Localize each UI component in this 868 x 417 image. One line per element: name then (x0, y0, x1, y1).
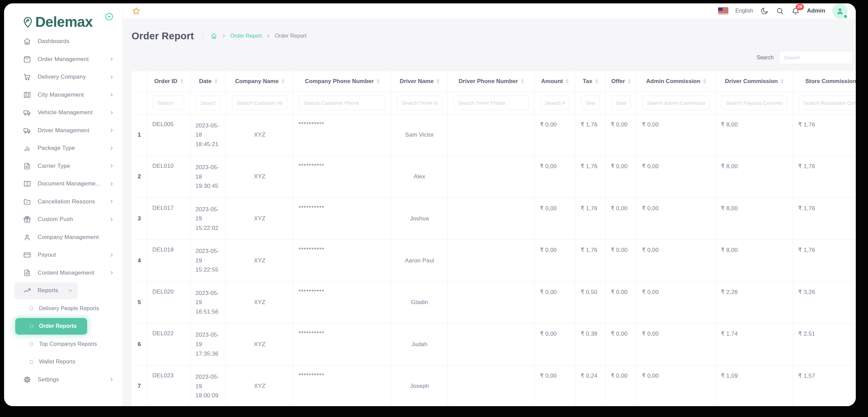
column-header-store-commission[interactable]: Store Commission (793, 71, 856, 92)
cell-tax: ₹ 1,76 (575, 240, 606, 282)
notifications-bell-icon[interactable]: 29 (791, 7, 800, 15)
sidebar-toggle-icon[interactable] (105, 12, 114, 21)
column-header-tax[interactable]: Tax (575, 71, 606, 92)
language-flag-icon[interactable] (718, 7, 728, 14)
sidebar-item-package-type[interactable]: Package Type (4, 139, 122, 157)
sidebar-item-reports[interactable]: Reports (14, 282, 78, 299)
filter-order-id-input[interactable] (153, 96, 184, 110)
sidebar-item-settings[interactable]: Settings (4, 371, 122, 389)
sidebar-item-content-management[interactable]: Content Management (4, 264, 122, 282)
sidebar-item-label: Driver Management (38, 127, 90, 134)
sort-arrows-icon (282, 79, 284, 83)
sidebar-item-order-management[interactable]: Order Management (4, 51, 122, 68)
column-header-driver[interactable]: Driver Name (391, 71, 448, 92)
sidebar-subitem-label: Wallet Reports (39, 359, 75, 365)
cell-driver-commission: ₹ 8,00 (716, 114, 793, 156)
cell-offer: ₹ 0,00 (606, 323, 637, 365)
sidebar-item-custom-push[interactable]: Custom Push (4, 211, 122, 229)
column-header-driver-phone[interactable]: Driver Phone Number (448, 71, 535, 92)
cell-company-phone: ********** (293, 323, 391, 365)
breadcrumb-link[interactable]: Order Report (230, 33, 262, 39)
filter-driver-commission-input[interactable] (722, 96, 787, 110)
cart-icon (23, 73, 31, 81)
cell-store-commission: ₹ 3,26 (793, 281, 856, 323)
page-title: Order Report (132, 31, 194, 42)
sidebar-subitem-order-reports[interactable]: Order Reports (15, 318, 87, 335)
table-search-row: Search (132, 51, 856, 64)
sidebar-item-cancellation-reasons[interactable]: Cancellation Reasons (4, 193, 122, 211)
sidebar-item-label: Document Manageme... (38, 180, 100, 187)
circle-bullet-icon (29, 342, 33, 346)
table-search-input[interactable] (779, 51, 853, 64)
filter-offer-input[interactable] (611, 96, 631, 110)
cell-tax: ₹ 0,50 (575, 281, 606, 323)
cell-company-phone: ********** (293, 198, 391, 240)
column-header-company[interactable]: Company Name (226, 71, 293, 92)
cell-date: 2023-05-18 19:30:45 (190, 156, 226, 198)
sidebar-item-city-management[interactable]: City Management (4, 86, 122, 104)
user-name[interactable]: Admin (807, 7, 825, 14)
filter-cell-order-id (147, 92, 190, 114)
user-avatar[interactable] (832, 3, 848, 19)
column-label: Admin Commission (646, 78, 701, 85)
column-header-date[interactable]: Date (190, 71, 226, 92)
sort-arrows-icon (437, 79, 439, 83)
cell-index: 1 (132, 114, 147, 156)
filter-date-input[interactable] (196, 96, 220, 110)
column-header-admin-commission[interactable]: Admin Commission (637, 71, 716, 92)
filter-cell-index (132, 92, 147, 114)
filter-store-commission-input[interactable] (799, 96, 856, 110)
filter-cell-driver-commission (716, 92, 793, 114)
sidebar-subitem-top-companys-reports[interactable]: Top Companys Reports (4, 335, 122, 353)
column-header-driver-commission[interactable]: Driver Commission (716, 71, 793, 92)
language-label[interactable]: English (735, 8, 753, 14)
column-label: Tax (583, 78, 592, 85)
column-label: Company Name (235, 78, 278, 85)
column-header-order-id[interactable]: Order ID (147, 71, 190, 92)
filter-tax-input[interactable] (581, 96, 599, 110)
table-row: 5DEL0202023-05-19 16:51:56XYZ**********G… (132, 281, 856, 323)
cell-admin-commission: ₹ 0,00 (637, 198, 716, 240)
filter-driver-phone-input[interactable] (454, 96, 529, 110)
cell-order-id: DEL018 (147, 240, 190, 282)
column-header-company-phone[interactable]: Company Phone Number (293, 71, 391, 92)
cell-driver-phone (448, 198, 535, 240)
filter-company-phone-input[interactable] (299, 96, 385, 110)
cell-offer: ₹ 0,00 (606, 198, 637, 240)
chevron-right-icon (109, 75, 114, 80)
favorite-star-icon[interactable] (132, 6, 141, 16)
cell-driver-phone (448, 281, 535, 323)
dark-mode-moon-icon[interactable] (760, 7, 769, 15)
sidebar-item-driver-management[interactable]: Driver Management (4, 122, 122, 140)
breadcrumb-home-icon[interactable] (211, 33, 217, 39)
cell-driver: Aaron Paul (391, 240, 448, 282)
user-icon (23, 233, 31, 241)
sidebar-item-payout[interactable]: Payout (4, 246, 122, 264)
cell-admin-commission: ₹ 0,00 (637, 114, 716, 156)
filter-company-input[interactable] (232, 96, 287, 110)
sidebar-subitem-delivery-people-reports[interactable]: Delivery People Reports (4, 300, 122, 318)
sidebar-item-carrier-type[interactable]: Carrier Type (4, 157, 122, 175)
sidebar-item-document-manageme[interactable]: Document Manageme... (4, 175, 122, 193)
filter-admin-commission-input[interactable] (643, 96, 710, 110)
book-icon (23, 180, 31, 188)
notification-badge: 29 (796, 4, 804, 10)
filter-cell-store-commission (793, 92, 856, 114)
column-header-offer[interactable]: Offer (606, 71, 637, 92)
circle-bullet-icon (29, 360, 33, 364)
sidebar-item-vehicle-management[interactable]: Vehicle Management (4, 104, 122, 122)
chevron-right-icon (109, 199, 114, 204)
search-icon[interactable] (776, 7, 784, 15)
filter-amount-input[interactable] (540, 96, 569, 110)
sidebar-item-delivery-company[interactable]: Delivery Company (4, 68, 122, 86)
sidebar-item-dashboards[interactable]: Dashboards (4, 33, 122, 51)
column-header-amount[interactable]: Amount (535, 71, 575, 92)
credit-card-icon (23, 251, 31, 259)
cell-index: 5 (132, 281, 147, 323)
cell-driver: Joshua (391, 198, 448, 240)
sidebar-subitem-wallet-reports[interactable]: Wallet Reports (4, 353, 122, 371)
cell-admin-commission: ₹ 0,00 (637, 281, 716, 323)
filter-driver-input[interactable] (397, 96, 442, 110)
sidebar-item-company-management[interactable]: Company Management (4, 229, 122, 246)
table-filter-row (132, 92, 856, 114)
